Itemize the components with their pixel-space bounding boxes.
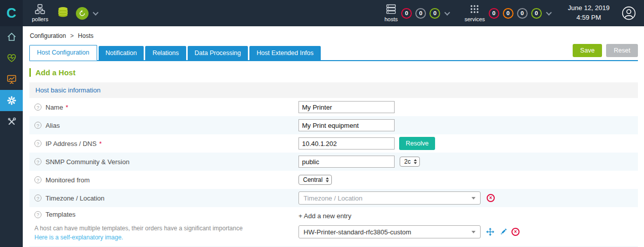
chevron-down-icon[interactable] <box>93 10 99 15</box>
section-header: Host basic information <box>29 82 638 98</box>
timezone-select[interactable]: Timezone / Location <box>298 191 481 205</box>
sidebar-item-configuration[interactable] <box>0 90 23 111</box>
services-unknown-badge[interactable]: 0 <box>517 8 528 19</box>
alias-input[interactable] <box>298 119 395 131</box>
name-input[interactable] <box>298 101 395 113</box>
breadcrumb-hosts[interactable]: Hosts <box>78 32 94 39</box>
pollers-menu[interactable]: pollers <box>32 4 48 22</box>
monitored-from-label: Monitored from <box>46 176 90 184</box>
services-label: services <box>464 16 485 22</box>
tab-data-processing[interactable]: Data Processing <box>188 46 248 60</box>
poller-database-status[interactable] <box>57 6 69 20</box>
form-row-templates: ? Templates A host can have multiple tem… <box>29 207 638 246</box>
gear-icon <box>7 96 16 105</box>
sidebar-item-home[interactable] <box>0 26 23 47</box>
form-row-snmp: ? SNMP Community & Version 2c <box>29 153 638 171</box>
pollers-label: pollers <box>32 16 48 22</box>
delete-template-icon[interactable]: × <box>511 228 520 236</box>
hosts-up-badge[interactable]: 0 <box>430 8 440 19</box>
breadcrumb-separator: > <box>70 32 74 39</box>
main-content: Configuration > Hosts Host Configuration… <box>23 26 644 247</box>
hosts-menu[interactable]: hosts <box>384 4 398 22</box>
pencil-icon[interactable] <box>500 228 507 235</box>
clear-timezone-icon[interactable]: × <box>487 194 495 202</box>
poller-state-ok[interactable] <box>76 7 89 20</box>
snmp-label: SNMP Community & Version <box>46 158 130 166</box>
help-icon[interactable]: ? <box>34 158 41 165</box>
templates-label: Templates <box>46 211 75 218</box>
sidebar-item-monitoring[interactable] <box>0 47 23 69</box>
heartbeat-icon <box>7 53 17 63</box>
tab-notification[interactable]: Notification <box>99 46 144 60</box>
chevron-down-icon <box>471 197 476 200</box>
help-icon[interactable]: ? <box>34 211 41 218</box>
help-icon[interactable]: ? <box>34 194 41 202</box>
centreon-logo[interactable]: C <box>0 0 23 26</box>
timezone-placeholder: Timezone / Location <box>304 194 471 202</box>
chart-icon <box>7 74 17 84</box>
save-button[interactable]: Save <box>573 44 603 57</box>
chevron-down-icon[interactable] <box>445 10 450 15</box>
move-icon[interactable] <box>486 228 494 236</box>
tools-icon <box>7 117 17 127</box>
reset-button[interactable]: Reset <box>606 44 638 57</box>
user-avatar-icon <box>622 6 636 20</box>
select-spinner-icon <box>414 159 417 164</box>
clock: June 12, 2019 4:59 PM <box>568 4 610 23</box>
tab-host-extended-infos[interactable]: Host Extended Infos <box>249 46 321 60</box>
name-label: Name <box>46 104 63 111</box>
select-spinner-icon <box>326 177 329 182</box>
topbar: C pollers <box>0 0 644 26</box>
snmp-version-select[interactable]: 2c <box>400 157 420 167</box>
templates-help-link[interactable]: Here is a self-explanatory image. <box>34 234 123 241</box>
timezone-label: Timezone / Location <box>46 194 105 202</box>
tab-host-configuration[interactable]: Host Configuration <box>29 45 97 61</box>
help-icon[interactable]: ? <box>34 122 41 129</box>
tab-bar: Host Configuration Notification Relation… <box>29 44 638 61</box>
hosts-unreachable-badge[interactable]: 0 <box>415 8 426 19</box>
form-row-monitored-from: ? Monitored from Central <box>29 171 638 189</box>
hosts-down-badge[interactable]: 0 <box>401 8 412 19</box>
services-critical-badge[interactable]: 0 <box>489 8 499 19</box>
form-row-ip-address: ? IP Address / DNS * Resolve <box>29 134 638 153</box>
hosts-label: hosts <box>384 16 398 22</box>
services-menu[interactable]: services <box>464 4 485 22</box>
services-ok-badge[interactable]: 0 <box>531 8 542 19</box>
database-icon <box>57 11 69 20</box>
monitored-from-value: Central <box>303 176 323 183</box>
required-marker: * <box>66 104 68 111</box>
services-status-group: services 0 0 0 0 <box>464 4 550 22</box>
form-row-name: ? Name * <box>29 98 638 116</box>
monitored-from-select[interactable]: Central <box>298 175 332 185</box>
refresh-circle-icon <box>78 10 86 17</box>
services-warning-badge[interactable]: 0 <box>503 8 513 19</box>
home-icon <box>7 32 17 42</box>
server-stack-icon <box>386 4 396 15</box>
pollers-icon <box>35 4 45 15</box>
ip-address-input[interactable] <box>298 137 395 150</box>
template-value: HW-Printer-standard-rfc3805-custom <box>304 228 471 236</box>
help-icon[interactable]: ? <box>34 104 41 111</box>
dots-grid-icon <box>469 4 480 15</box>
chevron-down-icon <box>471 231 476 233</box>
help-icon[interactable]: ? <box>34 176 41 183</box>
current-time: 4:59 PM <box>568 13 610 23</box>
sidebar <box>0 26 23 247</box>
help-icon[interactable]: ? <box>34 140 41 147</box>
form-row-alias: ? Alias <box>29 116 638 134</box>
ip-address-label: IP Address / DNS <box>46 140 97 147</box>
tab-relations[interactable]: Relations <box>145 46 186 60</box>
sidebar-item-reporting[interactable] <box>0 69 23 90</box>
hosts-status-group: hosts 0 0 0 <box>384 4 449 22</box>
chevron-down-icon[interactable] <box>546 10 551 15</box>
sidebar-item-administration[interactable] <box>0 111 23 132</box>
snmp-community-input[interactable] <box>298 156 395 168</box>
resolve-button[interactable]: Resolve <box>399 137 435 150</box>
template-select[interactable]: HW-Printer-standard-rfc3805-custom <box>298 225 481 238</box>
host-form: ? Name * ? Alias <box>29 98 638 247</box>
add-template-entry-link[interactable]: + Add a new entry <box>298 212 351 220</box>
snmp-version-value: 2c <box>404 158 411 165</box>
user-menu[interactable] <box>622 6 636 20</box>
breadcrumb-configuration[interactable]: Configuration <box>30 32 66 39</box>
current-date: June 12, 2019 <box>568 4 610 13</box>
